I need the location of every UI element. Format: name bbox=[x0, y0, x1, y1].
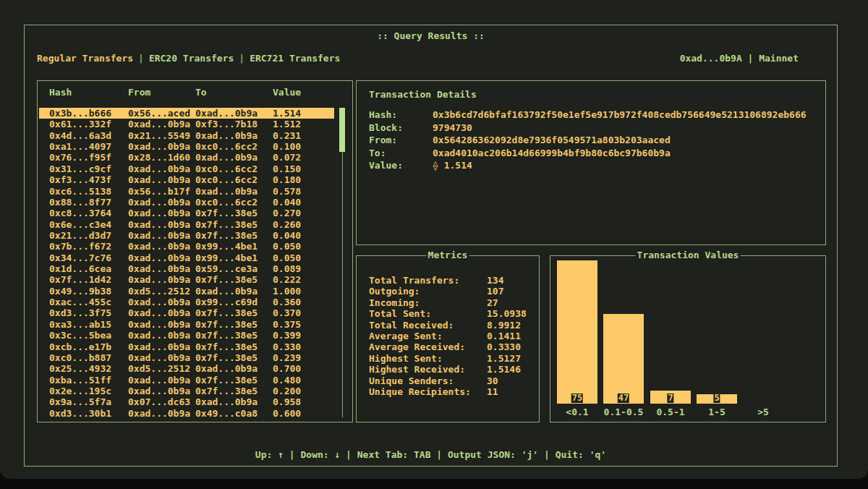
table-row[interactable]: 0x2e...195c0xad...0b9a0x7f...38e50.200 bbox=[39, 386, 334, 396]
table-row[interactable]: 0x25...49320xd5...25120xad...0b9a0.700 bbox=[39, 363, 334, 374]
to-cell: 0x7f...38e5 bbox=[195, 219, 258, 230]
table-row[interactable]: 0x76...f95f0x28...1d600xad...0b9a0.072 bbox=[39, 152, 334, 163]
tab-erc20-transfers[interactable]: ERC20 Transfers bbox=[149, 53, 234, 64]
value-cell: 0.360 bbox=[273, 297, 301, 307]
hash-cell: 0x1d...6cea bbox=[49, 263, 111, 274]
value-cell: 1.514 bbox=[273, 108, 301, 119]
metric-label: Total Sent: bbox=[369, 308, 487, 319]
table-row[interactable]: 0x49...9b380xd5...25120xad...0b9a1.000 bbox=[39, 286, 334, 297]
detail-value: 0xad4010ac206b14d66999b4bf9b80c6bc97b60b… bbox=[433, 148, 671, 158]
table-row[interactable]: 0x6e...c3e40xad...0b9a0x7f...38e50.260 bbox=[39, 219, 334, 230]
from-cell: 0xad...0b9a bbox=[128, 163, 190, 174]
table-row[interactable]: 0x9a...5f7a0x07...dc630xad...0b9a0.958 bbox=[39, 396, 334, 407]
metrics-rows: Total Transfers:134Outgoing:107Incoming:… bbox=[369, 275, 533, 397]
detail-label: To: bbox=[369, 147, 433, 160]
hash-cell: 0x9a...5f7a bbox=[49, 396, 111, 407]
table-row[interactable]: 0xa1...40970xad...0b9a0xc0...6cc20.100 bbox=[39, 141, 334, 152]
detail-field: Block:9794730 bbox=[369, 122, 820, 135]
from-cell: 0x56...aced bbox=[128, 108, 190, 119]
hash-cell: 0x7b...f672 bbox=[49, 241, 111, 252]
details-title: Transaction Details bbox=[369, 89, 477, 100]
detail-value: 0x564286362092d8e7936f0549571a803b203aac… bbox=[433, 135, 671, 145]
table-row[interactable]: 0x3b...b6660x56...aced0xad...0b9a1.514 bbox=[39, 108, 334, 119]
value-cell: 1.512 bbox=[273, 119, 301, 129]
table-row[interactable]: 0x3c...5bea0xad...0b9a0x7f...38e50.399 bbox=[39, 330, 334, 341]
value-cell: 0.480 bbox=[273, 375, 301, 386]
table-row[interactable]: 0x4d...6a3d0x21...55490xad...0b9a0.231 bbox=[39, 130, 334, 141]
hash-cell: 0xba...51ff bbox=[49, 375, 111, 386]
table-row[interactable]: 0xba...51ff0xad...0b9a0x7f...38e50.480 bbox=[39, 375, 334, 386]
hash-cell: 0x4d...6a3d bbox=[49, 130, 111, 141]
metric-value: 1.5127 bbox=[487, 353, 521, 364]
hash-cell: 0xcb...e17b bbox=[49, 341, 111, 352]
metric-label: Unique Recipients: bbox=[369, 386, 487, 397]
metric-row: Average Received:0.3330 bbox=[369, 341, 533, 352]
column-header-from: From bbox=[128, 87, 150, 98]
table-row[interactable]: 0x1d...6cea0xad...0b9a0x59...ce3a0.089 bbox=[39, 263, 334, 274]
metric-value: 15.0938 bbox=[487, 308, 527, 319]
hash-cell: 0xc8...3764 bbox=[49, 208, 111, 218]
from-cell: 0xad...0b9a bbox=[128, 341, 190, 352]
table-row[interactable]: 0x7b...f6720xad...0b9a0x99...4be10.050 bbox=[39, 241, 334, 252]
chart-bar: 5 bbox=[697, 394, 737, 404]
from-cell: 0xad...0b9a bbox=[128, 274, 190, 285]
metric-value: 107 bbox=[487, 286, 503, 297]
column-header-to: To bbox=[195, 87, 207, 98]
hash-cell: 0xd3...30b1 bbox=[49, 408, 111, 419]
table-row[interactable]: 0xc0...b8870xad...0b9a0x7f...38e50.239 bbox=[39, 352, 334, 363]
hash-cell: 0x7f...1d42 bbox=[49, 274, 111, 285]
transaction-details-panel: Transaction Details Hash:0x3b6cd7d6bfaf1… bbox=[356, 80, 826, 245]
metric-label: Average Received: bbox=[369, 341, 487, 352]
table-row[interactable]: 0xd3...30b10xad...0b9a0x49...c0a80.600 bbox=[39, 408, 334, 419]
table-row[interactable]: 0xac...455c0xad...0b9a0x99...c69d0.360 bbox=[39, 297, 334, 307]
tab-separator: | bbox=[234, 53, 250, 64]
table-row[interactable]: 0xc8...37640xad...0b9a0x7f...38e50.270 bbox=[39, 208, 334, 218]
table-row[interactable]: 0x7f...1d420xad...0b9a0x7f...38e50.222 bbox=[39, 274, 334, 285]
table-row[interactable]: 0x31...c9cf0xad...0b9a0xc0...6cc20.150 bbox=[39, 163, 334, 174]
tab-erc721-transfers[interactable]: ERC721 Transfers bbox=[250, 53, 340, 64]
from-cell: 0xad...0b9a bbox=[128, 230, 190, 241]
table-row[interactable]: 0x61...332f0xad...0b9a0xf3...7b181.512 bbox=[39, 119, 334, 129]
from-cell: 0xad...0b9a bbox=[128, 141, 190, 152]
to-cell: 0xc0...6cc2 bbox=[195, 197, 258, 208]
to-cell: 0xc0...6cc2 bbox=[195, 163, 258, 174]
from-cell: 0xad...0b9a bbox=[128, 408, 190, 419]
tab-bar: Regular Transfers|ERC20 Transfers|ERC721… bbox=[37, 52, 837, 64]
tab-regular-transfers[interactable]: Regular Transfers bbox=[37, 53, 133, 64]
value-cell: 0.040 bbox=[273, 197, 301, 208]
tab-list: Regular Transfers|ERC20 Transfers|ERC721… bbox=[37, 53, 340, 64]
detail-label: Block: bbox=[369, 122, 433, 135]
to-cell: 0x99...c69d bbox=[195, 297, 258, 307]
value-cell: 0.100 bbox=[273, 141, 301, 152]
table-row[interactable]: 0xa3...ab150xad...0b9a0x7f...38e50.375 bbox=[39, 319, 334, 330]
table-row[interactable]: 0x88...8f770xad...0b9a0xc0...6cc20.040 bbox=[39, 197, 334, 208]
to-cell: 0x59...ce3a bbox=[195, 263, 258, 274]
detail-value: 9794730 bbox=[433, 122, 472, 133]
scrollbar-thumb[interactable] bbox=[339, 108, 345, 152]
hash-cell: 0x6e...c3e4 bbox=[49, 219, 111, 230]
to-cell: 0x7f...38e5 bbox=[195, 319, 258, 330]
to-cell: 0xad...0b9a bbox=[195, 130, 258, 141]
metric-value: 8.9912 bbox=[487, 320, 521, 331]
table-row[interactable]: 0xd3...3f750xad...0b9a0x7f...38e50.370 bbox=[39, 307, 334, 318]
to-cell: 0x7f...38e5 bbox=[195, 386, 258, 396]
bar-category-label: <0.1 bbox=[557, 407, 597, 417]
detail-label: Hash: bbox=[369, 109, 433, 122]
hash-cell: 0x3c...5bea bbox=[49, 330, 111, 341]
metric-value: 27 bbox=[487, 297, 498, 308]
metric-label: Incoming: bbox=[369, 297, 487, 308]
table-row[interactable]: 0xc6...51380x56...b17f0xad...0b9a0.578 bbox=[39, 186, 334, 197]
table-row[interactable]: 0x21...d3d70xad...0b9a0x7f...38e50.040 bbox=[39, 230, 334, 241]
detail-value: ⟠ 1.514 bbox=[433, 160, 472, 171]
table-row[interactable]: 0xf3...473f0xad...0b9a0xc0...6cc20.180 bbox=[39, 174, 334, 185]
metric-row: Highest Received:1.5146 bbox=[369, 364, 533, 375]
scrollbar-track[interactable] bbox=[342, 108, 343, 417]
table-row[interactable]: 0x34...7c760xad...0b9a0x99...4be10.050 bbox=[39, 252, 334, 263]
table-row[interactable]: 0xcb...e17b0xad...0b9a0x7f...38e50.330 bbox=[39, 341, 334, 352]
bar-category-label: 1-5 bbox=[697, 407, 737, 417]
to-cell: 0xf3...7b18 bbox=[195, 119, 258, 129]
from-cell: 0xad...0b9a bbox=[128, 252, 190, 263]
value-cell: 0.700 bbox=[273, 363, 301, 374]
hash-cell: 0xa3...ab15 bbox=[49, 319, 111, 330]
transfers-table-panel: Hash From To Value 0x3b...b6660x56...ace… bbox=[37, 80, 353, 422]
